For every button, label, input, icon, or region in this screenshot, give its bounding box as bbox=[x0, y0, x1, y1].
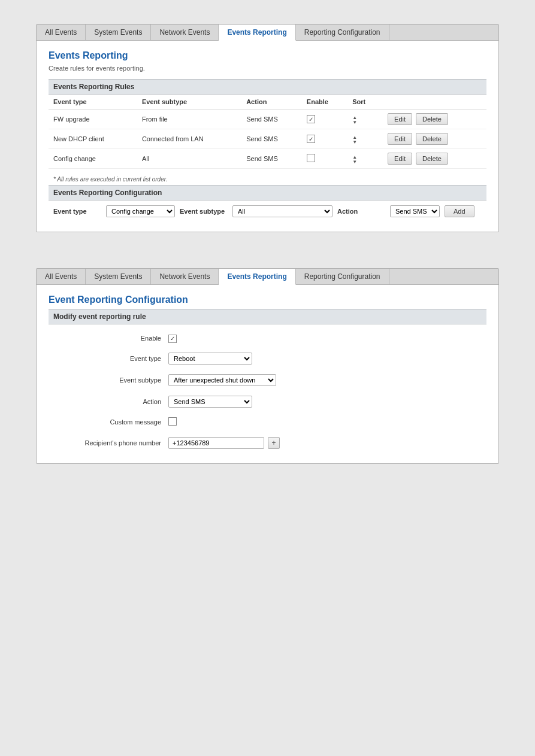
form-recipient-label: Recipient's phone number bbox=[49, 439, 168, 447]
add-rule-button[interactable]: Add bbox=[445, 205, 474, 217]
action-buttons-cell: Edit Delete bbox=[381, 110, 486, 129]
form-row-recipient: Recipient's phone number + bbox=[49, 432, 486, 454]
config-event-type-label: Event type bbox=[53, 208, 101, 215]
recipient-phone-input[interactable] bbox=[168, 437, 264, 449]
action-cell: Send SMS bbox=[241, 129, 302, 149]
config-section-header: Events Reporting Configuration bbox=[49, 185, 486, 201]
tab-bar-1: All Events System Events Network Events … bbox=[37, 25, 498, 41]
event-type-cell: FW upgrade bbox=[49, 110, 137, 129]
enable-cell bbox=[302, 110, 347, 129]
config-row: Event type Config change FW upgrade New … bbox=[49, 201, 486, 222]
tab2-system-events[interactable]: System Events bbox=[86, 269, 151, 284]
action-cell: Send SMS bbox=[241, 149, 302, 169]
config-event-subtype-label: Event subtype bbox=[180, 208, 228, 215]
table-row: New DHCP client Connected from LAN Send … bbox=[49, 129, 486, 149]
tab2-network-events[interactable]: Network Events bbox=[151, 269, 219, 284]
sort-arrows-1[interactable]: ▲ ▼ bbox=[352, 116, 357, 125]
rules-note: * All rules are executed in current list… bbox=[49, 174, 486, 185]
form-event-subtype-label: Event subtype bbox=[49, 377, 168, 384]
form-action-label: Action bbox=[49, 398, 168, 405]
config-action-select[interactable]: Send SMS bbox=[390, 205, 440, 217]
delete-button-1[interactable]: Delete bbox=[416, 113, 448, 125]
action-cell: Send SMS bbox=[241, 110, 302, 129]
tab-system-events[interactable]: System Events bbox=[86, 25, 151, 40]
col-sort: Sort bbox=[347, 95, 381, 110]
config-event-subtype-select[interactable]: All From file Connected from LAN After u… bbox=[232, 205, 333, 217]
panel1-content: Events Reporting Create rules for events… bbox=[37, 41, 498, 232]
config-action-label: Action bbox=[337, 208, 385, 215]
form-row-event-subtype: Event subtype After unexpected shut down… bbox=[49, 369, 486, 391]
event-type-cell: Config change bbox=[49, 149, 137, 169]
rules-section-header: Events Reporting Rules bbox=[49, 79, 486, 95]
tab-all-events[interactable]: All Events bbox=[37, 25, 86, 40]
config-event-type-select[interactable]: Config change FW upgrade New DHCP client… bbox=[106, 205, 175, 217]
modify-section-header: Modify event reporting rule bbox=[49, 309, 486, 324]
event-subtype-cell: All bbox=[137, 149, 241, 169]
panel2-content: Event Reporting Configuration Modify eve… bbox=[37, 285, 498, 463]
delete-button-3[interactable]: Delete bbox=[416, 153, 448, 165]
rules-table: Event type Event subtype Action Enable S… bbox=[49, 95, 486, 169]
sort-cell: ▲ ▼ bbox=[347, 110, 381, 129]
panel2-title: Event Reporting Configuration bbox=[49, 294, 486, 305]
event-subtype-cell: From file bbox=[137, 110, 241, 129]
panel1-subtitle: Create rules for events reporting. bbox=[49, 65, 486, 72]
tab-network-events[interactable]: Network Events bbox=[151, 25, 219, 40]
form-row-action: Action Send SMS bbox=[49, 391, 486, 412]
form-event-subtype-control: After unexpected shut down All From file… bbox=[168, 374, 318, 386]
enable-label: Enable bbox=[49, 335, 168, 342]
form-custom-message-control bbox=[168, 417, 318, 427]
tab2-all-events[interactable]: All Events bbox=[37, 269, 86, 284]
sort-down-icon[interactable]: ▼ bbox=[352, 120, 357, 125]
enable-cell bbox=[302, 129, 347, 149]
col-event-subtype: Event subtype bbox=[137, 95, 241, 110]
add-phone-button[interactable]: + bbox=[268, 437, 280, 449]
table-row: Config change All Send SMS ▲ ▼ bbox=[49, 149, 486, 169]
edit-button-3[interactable]: Edit bbox=[388, 153, 412, 165]
panel-event-reporting-config: All Events System Events Network Events … bbox=[36, 268, 499, 464]
enable-control bbox=[168, 334, 318, 343]
sort-arrows-3[interactable]: ▲ ▼ bbox=[352, 155, 357, 165]
form-row-custom-message: Custom message bbox=[49, 412, 486, 432]
col-event-type: Event type bbox=[49, 95, 137, 110]
sort-cell: ▲ ▼ bbox=[347, 129, 381, 149]
tab-reporting-configuration[interactable]: Reporting Configuration bbox=[296, 25, 389, 40]
form-event-type-select[interactable]: Reboot FW upgrade New DHCP client Config… bbox=[168, 353, 252, 365]
event-type-cell: New DHCP client bbox=[49, 129, 137, 149]
sort-down-icon[interactable]: ▼ bbox=[352, 140, 357, 145]
sort-down-icon[interactable]: ▼ bbox=[352, 160, 357, 165]
action-buttons-cell: Edit Delete bbox=[381, 149, 486, 169]
enable-checkbox-form[interactable] bbox=[168, 335, 177, 343]
tab2-reporting-configuration[interactable]: Reporting Configuration bbox=[296, 269, 389, 284]
form-custom-message-label: Custom message bbox=[49, 418, 168, 426]
sort-cell: ▲ ▼ bbox=[347, 149, 381, 169]
col-actions bbox=[381, 95, 486, 110]
form-row-event-type: Event type Reboot FW upgrade New DHCP cl… bbox=[49, 348, 486, 369]
enable-checkbox-1[interactable] bbox=[307, 115, 315, 123]
form-event-type-control: Reboot FW upgrade New DHCP client Config… bbox=[168, 353, 318, 365]
panel-events-reporting: All Events System Events Network Events … bbox=[36, 24, 499, 232]
col-enable: Enable bbox=[302, 95, 347, 110]
delete-button-2[interactable]: Delete bbox=[416, 133, 448, 145]
action-buttons-cell: Edit Delete bbox=[381, 129, 486, 149]
enable-cell bbox=[302, 149, 347, 169]
tab2-events-reporting[interactable]: Events Reporting bbox=[219, 269, 295, 285]
panel1-title: Events Reporting bbox=[49, 50, 486, 61]
enable-checkbox-3[interactable] bbox=[307, 154, 315, 162]
custom-message-checkbox[interactable] bbox=[168, 417, 177, 426]
edit-button-1[interactable]: Edit bbox=[388, 113, 412, 125]
form-event-subtype-select[interactable]: After unexpected shut down All From file… bbox=[168, 374, 276, 386]
form-action-control: Send SMS bbox=[168, 396, 318, 408]
form-row-enable: Enable bbox=[49, 329, 486, 348]
edit-button-2[interactable]: Edit bbox=[388, 133, 412, 145]
tab-bar-2: All Events System Events Network Events … bbox=[37, 269, 498, 285]
tab-events-reporting[interactable]: Events Reporting bbox=[219, 25, 295, 41]
form-event-type-label: Event type bbox=[49, 355, 168, 362]
sort-arrows-2[interactable]: ▲ ▼ bbox=[352, 135, 357, 145]
enable-checkbox-2[interactable] bbox=[307, 135, 315, 143]
form-action-select[interactable]: Send SMS bbox=[168, 396, 252, 408]
event-subtype-cell: Connected from LAN bbox=[137, 129, 241, 149]
col-action: Action bbox=[241, 95, 302, 110]
form-recipient-control: + bbox=[168, 437, 318, 449]
table-row: FW upgrade From file Send SMS ▲ ▼ bbox=[49, 110, 486, 129]
